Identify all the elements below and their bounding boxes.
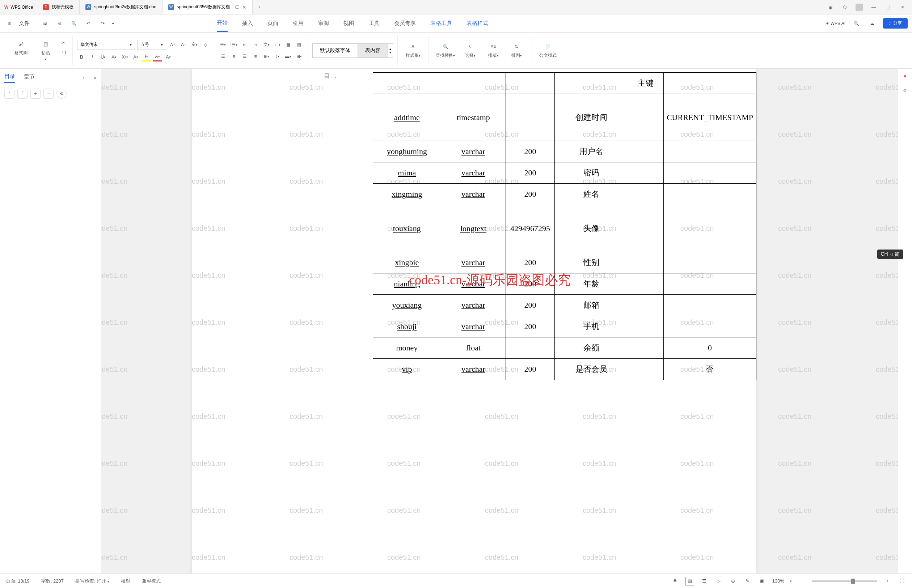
- number-list-button[interactable]: ⁝☰▾: [230, 40, 238, 49]
- align-right-button[interactable]: ☰: [240, 52, 249, 61]
- table-cell[interactable]: vip: [373, 359, 441, 380]
- table-cell[interactable]: 200: [506, 141, 555, 162]
- table-row[interactable]: xingmingvarchar200姓名: [373, 184, 756, 205]
- menu-tab-member[interactable]: 会员专享: [394, 16, 416, 31]
- text-effects-button[interactable]: A▾: [131, 53, 140, 61]
- table-cell[interactable]: xingming: [373, 184, 441, 205]
- superscript-button[interactable]: X²▾: [120, 53, 129, 61]
- add-button[interactable]: +: [31, 89, 40, 99]
- header-key-cell[interactable]: 主键: [628, 73, 663, 94]
- table-cell[interactable]: [663, 252, 756, 273]
- sign-icon[interactable]: ✎: [744, 577, 752, 585]
- table-cell[interactable]: 创建时间: [554, 94, 628, 141]
- wps-ai-button[interactable]: ✦ WPS AI: [826, 21, 846, 26]
- table-row[interactable]: mimavarchar200密码: [373, 162, 756, 184]
- border-button[interactable]: ⊞▾: [295, 52, 303, 61]
- web-view-icon[interactable]: ⊕: [729, 577, 737, 585]
- style-down-button[interactable]: ▾: [389, 51, 391, 54]
- tab-template[interactable]: D 找稻壳模板: [37, 0, 79, 14]
- table-cell[interactable]: 密码: [554, 162, 628, 184]
- undo-icon[interactable]: ↶: [83, 18, 93, 29]
- paste-button[interactable]: 📋 粘贴▾: [35, 38, 57, 63]
- table-cell[interactable]: [628, 273, 663, 295]
- table-row[interactable]: youxiangvarchar200邮箱: [373, 295, 756, 316]
- table-cell[interactable]: 否: [663, 359, 756, 380]
- table-cell[interactable]: [628, 184, 663, 205]
- table-cell[interactable]: [663, 316, 756, 338]
- copy-button[interactable]: ❐: [59, 48, 68, 57]
- add-tab-button[interactable]: +: [253, 0, 267, 14]
- table-cell[interactable]: 性别: [554, 252, 628, 273]
- strikethrough-button[interactable]: A▾: [110, 53, 118, 61]
- focus-icon[interactable]: ▣: [758, 577, 766, 585]
- style-default-paragraph[interactable]: 默认段落字体: [313, 44, 358, 58]
- table-cell[interactable]: 头像: [554, 205, 628, 252]
- table-cell[interactable]: money: [373, 338, 441, 359]
- table-cell[interactable]: 姓名: [554, 184, 628, 205]
- table-cell[interactable]: [628, 205, 663, 252]
- minimize-button[interactable]: —: [870, 3, 877, 11]
- table-cell[interactable]: 200: [506, 316, 555, 338]
- decrease-font-button[interactable]: A⁻: [179, 40, 188, 49]
- bullet-list-button[interactable]: ☰▾: [219, 40, 227, 49]
- table-cell[interactable]: [628, 162, 663, 184]
- table-cell[interactable]: [506, 94, 555, 141]
- text-direction-button[interactable]: 文▾: [262, 40, 271, 49]
- table-cell[interactable]: longtext: [441, 205, 506, 252]
- cloud-icon[interactable]: ☁: [867, 18, 877, 29]
- proofing-status[interactable]: 校对: [121, 578, 130, 585]
- table-row[interactable]: moneyfloat余额0: [373, 338, 756, 359]
- style-set-button[interactable]: A̲ 样式集▾: [402, 41, 424, 60]
- font-color-button[interactable]: A▾: [153, 53, 162, 61]
- table-cell[interactable]: addtime: [373, 94, 441, 141]
- save-icon[interactable]: 🖫: [40, 18, 50, 29]
- document-area[interactable]: 目 ▾ 主键 addtimetimestamp创建时间CURRENT_TIMES…: [101, 69, 897, 573]
- remove-button[interactable]: −: [44, 89, 53, 99]
- table-cell[interactable]: [663, 184, 756, 205]
- distribute-button[interactable]: ⊞▾: [262, 52, 271, 61]
- table-row[interactable]: 主键: [373, 73, 756, 94]
- align-left-button[interactable]: ☰: [219, 52, 227, 61]
- table-cell[interactable]: 用户名: [554, 141, 628, 162]
- tab-doc-2[interactable]: W springboot0356t数据库文档 🖵 ✕: [162, 0, 253, 14]
- chevron-down-icon[interactable]: ▾: [112, 22, 114, 25]
- bold-button[interactable]: B: [77, 53, 86, 61]
- italic-button[interactable]: I: [88, 53, 97, 61]
- redo-icon[interactable]: ↷: [98, 18, 108, 29]
- cube-icon[interactable]: ⬡: [841, 3, 848, 11]
- box-icon[interactable]: ▣: [826, 3, 834, 11]
- table-cell[interactable]: [506, 338, 555, 359]
- table-row[interactable]: addtimetimestamp创建时间CURRENT_TIMESTAMP: [373, 94, 756, 141]
- table-cell[interactable]: varchar: [441, 162, 506, 184]
- menu-tab-view[interactable]: 视图: [343, 16, 354, 31]
- close-button[interactable]: ✕: [899, 3, 906, 11]
- style-table-content[interactable]: 表内容: [358, 44, 388, 58]
- menu-tab-table-style[interactable]: 表格样式: [467, 16, 488, 31]
- table-row[interactable]: vipvarchar200是否会员否: [373, 359, 756, 380]
- sidebar-tab-chapter[interactable]: 章节: [24, 73, 35, 82]
- word-count[interactable]: 字数: 2207: [41, 578, 64, 585]
- share-button[interactable]: ⤴ 分享: [883, 18, 908, 29]
- style-up-button[interactable]: ▴: [389, 47, 391, 51]
- table-cell[interactable]: 200: [506, 252, 555, 273]
- menu-tab-reference[interactable]: 引用: [293, 16, 304, 31]
- cut-button[interactable]: ✂: [59, 38, 68, 47]
- table-row[interactable]: shoujivarchar200手机: [373, 316, 756, 338]
- font-name-select[interactable]: 华文仿宋 ▾: [77, 40, 135, 50]
- table-cell[interactable]: varchar: [441, 295, 506, 316]
- bookmark-icon[interactable]: 📍: [901, 73, 909, 82]
- table-cell[interactable]: shouji: [373, 316, 441, 338]
- table-cell[interactable]: float: [441, 338, 506, 359]
- fit-page-icon[interactable]: ⛶: [897, 577, 906, 585]
- read-view-icon[interactable]: ▷: [714, 577, 723, 585]
- table-cell[interactable]: yonghuming: [373, 141, 441, 162]
- font-size-select[interactable]: 五号 ▾: [137, 40, 166, 50]
- table-row[interactable]: yonghumingvarchar200用户名: [373, 141, 756, 162]
- increase-indent-button[interactable]: ⇥: [251, 40, 260, 49]
- table-cell[interactable]: [663, 273, 756, 295]
- table-cell[interactable]: [628, 141, 663, 162]
- zoom-out-button[interactable]: −: [798, 577, 806, 585]
- table-row[interactable]: nianlingvarchar200年龄: [373, 273, 756, 295]
- search-icon[interactable]: 🔍: [851, 18, 861, 29]
- zoom-slider[interactable]: [812, 580, 877, 582]
